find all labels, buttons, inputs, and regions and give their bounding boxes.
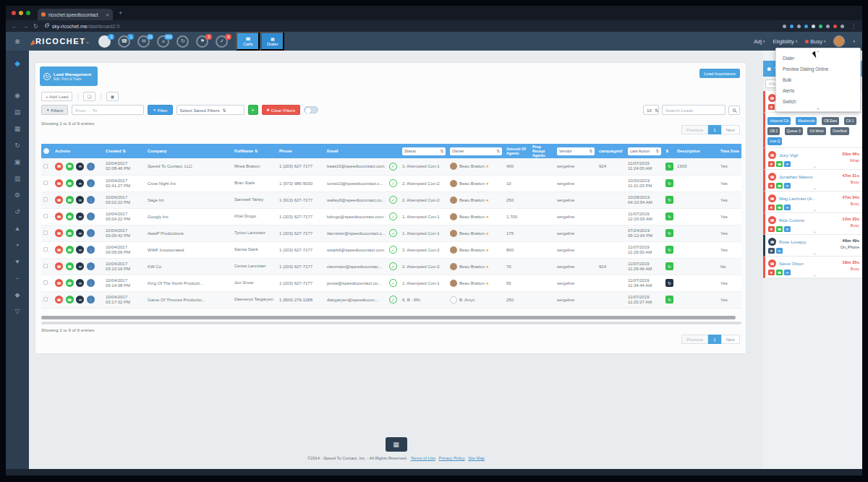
table-row[interactable]: ☎ ☎ ✉ ⋮ 10/04/201702:08:46 PM Speed To C…	[41, 158, 741, 175]
message-chip-button[interactable]: ✉	[776, 248, 783, 254]
more-action-button[interactable]: ⋮	[87, 262, 95, 270]
close-window-button[interactable]	[12, 11, 16, 15]
clear-filters-button[interactable]: ✖Clear Filters	[262, 105, 301, 115]
hangup-chip-button[interactable]: ✖	[768, 226, 775, 232]
sidebar-icon[interactable]: ⚙	[14, 191, 20, 199]
previous-page-button[interactable]: Previous	[681, 335, 708, 344]
select-all-checkbox[interactable]	[43, 148, 49, 154]
next-page-button[interactable]: Next	[721, 335, 740, 344]
header-fullname[interactable]: FullName ⇅	[232, 144, 277, 158]
header-created[interactable]: Created ⇅	[103, 144, 145, 158]
header-vendor-filter[interactable]: Vendor⇅	[555, 144, 597, 158]
queue-tag[interactable]: Queue 3	[785, 127, 803, 135]
email-action-button[interactable]: ✉	[76, 246, 84, 254]
owner-cell[interactable]: Beau Bratton●	[448, 175, 504, 191]
agent-name[interactable]: Rick Corteze	[779, 218, 804, 223]
status-cell[interactable]: 2. Attempted Con-2	[400, 175, 448, 191]
extension-icon[interactable]	[841, 25, 844, 28]
agent-card[interactable]: ☎ Rick Corteze 12m 33s Busy ✖ ☎ ✉ ▾	[763, 213, 862, 235]
more-action-button[interactable]: ⋮	[87, 163, 95, 171]
call-action-button[interactable]: ☎	[66, 196, 74, 204]
more-action-button[interactable]: ⋮	[87, 296, 95, 304]
queue-tag[interactable]: Overflow	[830, 127, 849, 135]
do-not-call-action-button[interactable]: ☎	[55, 196, 63, 204]
row-checkbox[interactable]	[43, 181, 48, 185]
agent-name[interactable]: Jonathan Marero	[779, 174, 813, 179]
status-cell[interactable]: 1. Attempted Con-1	[400, 208, 448, 225]
agent-card[interactable]: ☎ Meg Lachniet (A... 47m 34s Busy ✖ ☎ ✉ …	[763, 191, 862, 213]
row-checkbox[interactable]	[43, 297, 48, 301]
navbar-status-icon[interactable]: ✓ 8	[216, 35, 228, 48]
sort-icon[interactable]: ⇅	[122, 149, 126, 153]
scroll-down-icon[interactable]: ▾	[776, 107, 860, 111]
do-not-call-action-button[interactable]: ☎	[55, 163, 63, 171]
tab-close-icon[interactable]: ✕	[106, 12, 109, 17]
call-chip-button[interactable]: ☎	[776, 161, 783, 167]
email-verified-icon[interactable]: ✓	[389, 296, 397, 304]
do-not-call-action-button[interactable]: ☎	[55, 246, 63, 254]
call-action-button[interactable]: ☎	[66, 229, 74, 237]
footer-grid-button[interactable]: ▦	[386, 437, 407, 452]
new-tab-button[interactable]: +	[119, 9, 122, 17]
sidebar-icon[interactable]: ▦	[14, 125, 21, 132]
status-cell[interactable]: 1. Attempted Con-1	[400, 225, 448, 241]
do-not-call-action-button[interactable]: ☎	[55, 212, 63, 220]
email-verified-icon[interactable]: ✓	[389, 212, 397, 220]
email-verified-icon[interactable]: ✓	[389, 262, 397, 270]
sidebar-icon[interactable]: ◆	[15, 291, 20, 298]
hangup-chip-button[interactable]: ✖	[768, 161, 775, 167]
navbar-status-icon[interactable]: ≡ 500	[157, 35, 169, 48]
last-action-icon[interactable]: ↻	[665, 196, 673, 204]
dropdown-menu-item[interactable]: Alerts	[776, 85, 860, 96]
sidebar-icon[interactable]: −	[15, 275, 19, 282]
email-verified-icon[interactable]: ✓	[389, 229, 397, 237]
expand-agent-icon[interactable]: ▾	[814, 209, 815, 212]
do-not-call-action-button[interactable]: ☎	[55, 179, 63, 187]
table-row[interactable]: ☎ ☎ ✉ ⋮ 10/04/201703:04:22 PM Googly Inc…	[41, 208, 741, 225]
more-action-button[interactable]: ⋮	[87, 196, 95, 204]
sort-icon[interactable]: ⇅	[255, 149, 258, 153]
hangup-chip-button[interactable]: ✖	[768, 104, 775, 110]
message-chip-button[interactable]: ✉	[784, 226, 791, 232]
navbar-status-icon[interactable]: ⚑ 5	[196, 35, 208, 48]
reload-icon[interactable]: ↻	[33, 23, 38, 30]
email-verified-icon[interactable]: ✓	[389, 179, 397, 187]
header-company[interactable]: Company	[145, 144, 232, 158]
header-status-filter[interactable]: Status⇅	[400, 144, 448, 158]
previous-page-button[interactable]: Previous	[681, 125, 708, 134]
navbar-status-icon[interactable]: ☎ 1	[118, 35, 130, 48]
extension-icon[interactable]	[819, 25, 822, 28]
call-action-button[interactable]: ☎	[66, 279, 74, 287]
owner-cell[interactable]: Beau Bratton●	[448, 258, 504, 275]
window-controls[interactable]	[12, 11, 30, 15]
sidebar-icon[interactable]: ▣	[14, 158, 21, 165]
navbar-status-icon[interactable]: ✉ 20	[137, 35, 150, 48]
table-row[interactable]: ☎ ☎ ✉ ⋮ 10/04/201702:41:27 PM Crow Night…	[41, 175, 741, 191]
agent-name[interactable]: Meg Lachniet (A...	[779, 196, 815, 201]
call-action-button[interactable]: ☎	[66, 246, 74, 254]
message-chip-button[interactable]: ✉	[784, 270, 791, 275]
message-chip-button[interactable]: ✉	[784, 183, 791, 189]
date-range-input[interactable]	[72, 105, 144, 115]
owner-cell[interactable]: Beau Bratton●	[448, 158, 504, 175]
call-action-button[interactable]: ☎	[66, 262, 74, 270]
hamburger-icon[interactable]: ≡	[6, 37, 29, 46]
adj-menu[interactable]: Adj▾	[754, 38, 765, 45]
email-action-button[interactable]: ✉	[76, 179, 84, 187]
call-chip-button[interactable]: ☎	[776, 270, 783, 275]
extension-icon[interactable]	[812, 25, 815, 28]
last-action-icon[interactable]: ↻	[665, 163, 673, 171]
extension-icon[interactable]	[797, 25, 801, 28]
user-avatar[interactable]	[833, 35, 845, 47]
status-cell[interactable]: 2. Attempted Con-2	[400, 191, 448, 208]
lead-management-header[interactable]: ↻ Lead Management Edit, Print & Track	[40, 66, 98, 86]
extension-icon[interactable]	[790, 25, 793, 28]
call-chip-button[interactable]: ☎	[776, 183, 783, 189]
search-button[interactable]	[728, 106, 740, 115]
table-row[interactable]: ☎ ☎ ✉ ⋮ 10/04/201703:14:08 PM King Of Th…	[41, 275, 741, 291]
queue-tag[interactable]: CB East	[822, 117, 839, 125]
email-action-button[interactable]: ✉	[76, 196, 84, 204]
sitemap-link[interactable]: Site Map	[468, 456, 485, 460]
header-email[interactable]: Email	[325, 144, 387, 158]
email-action-button[interactable]: ✉	[76, 229, 84, 237]
